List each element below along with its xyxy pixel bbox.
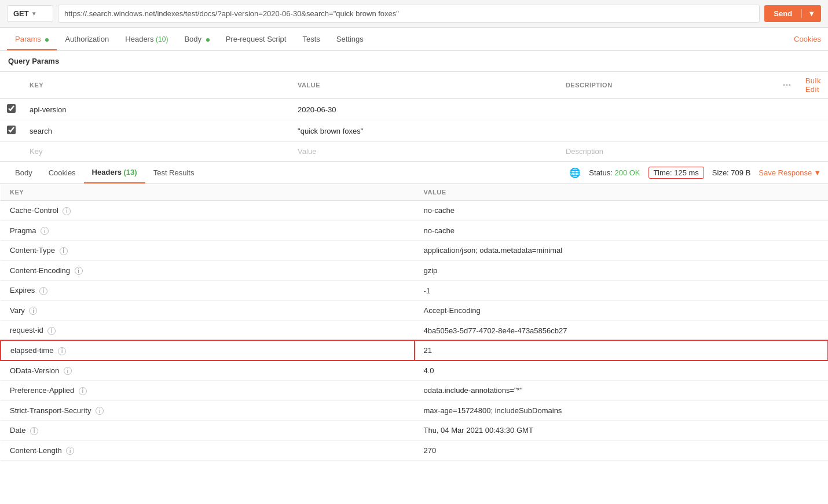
info-icon-10[interactable]: i	[96, 407, 104, 415]
header-val-6: 4ba505e3-5d77-4702-8e4e-473a5856cb27	[415, 321, 829, 341]
tab-pre-request[interactable]: Pre-request Script	[218, 28, 295, 50]
row1-desc	[559, 99, 776, 120]
header-key-11: Date i	[1, 421, 415, 441]
info-icon-6[interactable]: i	[47, 327, 56, 335]
resp-headers-col-key: KEY	[1, 184, 415, 201]
more-icon[interactable]: ···	[783, 80, 792, 90]
status-value: 200 OK	[614, 168, 640, 177]
info-icon-9[interactable]: i	[79, 387, 87, 395]
header-row: elapsed-time i 21	[1, 340, 828, 360]
info-icon-0[interactable]: i	[63, 207, 71, 215]
time-badge: Time: 125 ms	[649, 167, 704, 179]
params-col-key: KEY	[23, 72, 291, 99]
info-icon-3[interactable]: i	[75, 267, 83, 275]
header-val-4: -1	[415, 281, 829, 301]
row1-checkbox[interactable]	[7, 104, 16, 113]
row1-key: api-version	[23, 99, 291, 120]
bulk-edit-button[interactable]: Bulk Edit	[805, 76, 821, 94]
body-dot	[206, 38, 210, 42]
table-row: search "quick brown foxes"	[0, 120, 828, 142]
header-key-10: Strict-Transport-Security i	[1, 400, 415, 421]
header-row: Content-Length i 270	[1, 440, 828, 461]
method-select[interactable]: GET ▼	[7, 5, 53, 22]
bulk-edit-cell: Bulk Edit	[798, 72, 828, 99]
row2-desc	[559, 120, 776, 142]
send-button[interactable]: Send ▼	[764, 5, 821, 22]
header-val-1: no-cache	[415, 220, 829, 241]
info-icon-4[interactable]: i	[39, 287, 47, 295]
header-key-3: Content-Encoding i	[1, 260, 415, 281]
row2-extra	[798, 120, 828, 142]
row1-value: 2020-06-30	[291, 99, 559, 120]
header-key-2: Content-Type i	[1, 241, 415, 261]
params-dot	[45, 38, 49, 42]
placeholder-extra	[798, 142, 828, 161]
header-val-0: no-cache	[415, 201, 829, 221]
info-icon-1[interactable]: i	[41, 227, 49, 235]
tab-tests[interactable]: Tests	[294, 28, 328, 50]
header-val-11: Thu, 04 Mar 2021 00:43:30 GMT	[415, 421, 829, 441]
header-key-4: Expires i	[1, 281, 415, 301]
header-key-1: Pragma i	[1, 220, 415, 241]
header-key-7: elapsed-time i	[1, 340, 415, 360]
header-row: Expires i -1	[1, 281, 828, 301]
row1-more	[776, 99, 798, 120]
row2-checkbox-cell	[0, 120, 23, 142]
size-value: 709 B	[731, 168, 750, 177]
header-row: request-id i 4ba505e3-5d77-4702-8e4e-473…	[1, 321, 828, 341]
header-key-6: request-id i	[1, 321, 415, 341]
save-response-chevron-icon: ▼	[814, 168, 821, 177]
response-tabs: Body Cookies Headers (13) Test Results 🌐…	[0, 162, 828, 184]
header-val-12: 270	[415, 440, 829, 461]
method-label: GET	[13, 9, 29, 18]
row1-extra	[798, 99, 828, 120]
tab-body[interactable]: Body	[176, 28, 217, 50]
params-col-checkbox	[0, 72, 23, 99]
cookies-link[interactable]: Cookies	[794, 35, 821, 43]
row2-checkbox[interactable]	[7, 126, 16, 134]
header-val-3: gzip	[415, 260, 829, 281]
tab-settings[interactable]: Settings	[328, 28, 372, 50]
params-col-desc: DESCRIPTION	[559, 72, 776, 99]
resp-tab-test-results[interactable]: Test Results	[145, 163, 203, 183]
placeholder-more	[776, 142, 798, 161]
info-icon-12[interactable]: i	[66, 447, 74, 455]
info-icon-7[interactable]: i	[58, 347, 66, 355]
placeholder-desc: Description	[559, 142, 776, 161]
resp-tab-headers[interactable]: Headers (13)	[84, 162, 145, 183]
headers-badge: (10)	[156, 35, 168, 43]
resp-tab-body[interactable]: Body	[7, 163, 41, 183]
resp-tab-cookies[interactable]: Cookies	[41, 163, 84, 183]
header-val-5: Accept-Encoding	[415, 300, 829, 321]
header-val-10: max-age=15724800; includeSubDomains	[415, 400, 829, 421]
url-input[interactable]	[58, 5, 760, 23]
response-status-bar: 🌐 Status: 200 OK Time: 125 ms Size: 709 …	[569, 167, 821, 179]
tab-params[interactable]: Params	[7, 28, 57, 50]
header-row: Pragma i no-cache	[1, 220, 828, 241]
query-params-title: Query Params	[0, 51, 828, 72]
send-chevron-icon: ▼	[801, 9, 821, 18]
info-icon-2[interactable]: i	[60, 247, 68, 255]
table-row: api-version 2020-06-30	[0, 99, 828, 120]
headers-count-badge: (13)	[124, 168, 137, 176]
header-row: Content-Type i application/json; odata.m…	[1, 241, 828, 261]
header-row: Preference-Applied i odata.include-annot…	[1, 381, 828, 401]
row2-more	[776, 120, 798, 142]
header-val-7: 21	[415, 340, 829, 360]
header-val-2: application/json; odata.metadata=minimal	[415, 241, 829, 261]
info-icon-8[interactable]: i	[64, 367, 72, 375]
header-row: Date i Thu, 04 Mar 2021 00:43:30 GMT	[1, 421, 828, 441]
header-key-9: Preference-Applied i	[1, 381, 415, 401]
info-icon-11[interactable]: i	[30, 427, 38, 435]
info-icon-5[interactable]: i	[29, 307, 37, 315]
status-label: Status: 200 OK	[589, 168, 640, 177]
header-row: Strict-Transport-Security i max-age=1572…	[1, 400, 828, 421]
header-row: OData-Version i 4.0	[1, 360, 828, 381]
table-row-placeholder: Key Value Description	[0, 142, 828, 161]
tab-authorization[interactable]: Authorization	[57, 28, 117, 50]
header-row: Cache-Control i no-cache	[1, 201, 828, 221]
tab-headers[interactable]: Headers (10)	[117, 28, 176, 50]
params-table: KEY VALUE DESCRIPTION ··· Bulk Edit api-…	[0, 72, 828, 161]
save-response-button[interactable]: Save Response ▼	[759, 168, 821, 177]
header-row: Vary i Accept-Encoding	[1, 300, 828, 321]
